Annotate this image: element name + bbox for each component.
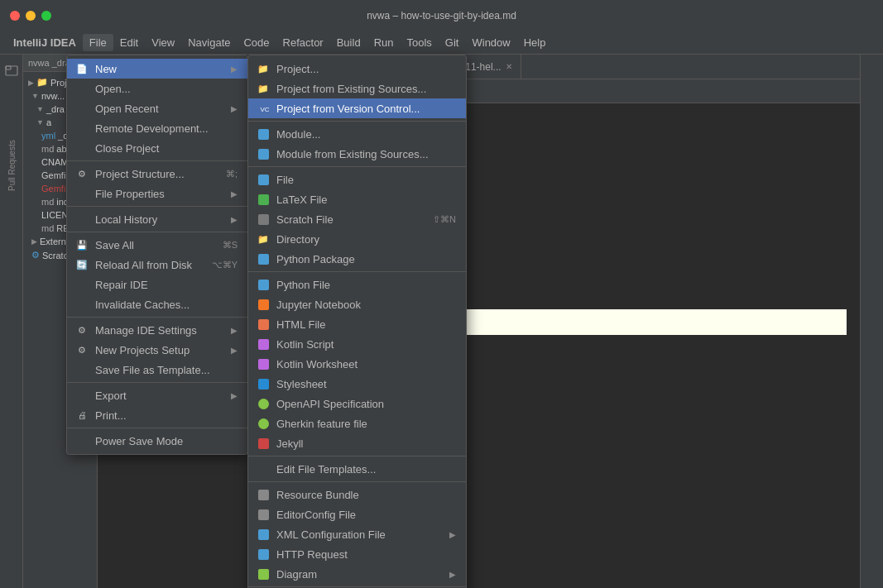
menu-item-new[interactable]: 📄 New ▶ — [67, 59, 247, 79]
new-project-existing[interactable]: 📁 Project from Existing Sources... — [248, 79, 466, 98]
project-icon: 📁 — [257, 62, 270, 75]
menu-item-reload[interactable]: 🔄 Reload All from Disk ⌥⌘Y — [67, 255, 247, 275]
menu-item-save-template[interactable]: Save File as Template... — [67, 360, 247, 380]
titlebar: nvwa – how-to-use-git-by-idea.md — [0, 0, 883, 31]
menu-navigate[interactable]: Navigate — [181, 34, 237, 51]
menu-item-open[interactable]: Open... — [67, 79, 247, 98]
new-html[interactable]: HTML File — [248, 314, 466, 334]
file-props-icon — [75, 187, 89, 200]
diagram-arrow: ▶ — [449, 570, 456, 579]
new-python-package[interactable]: Python Package — [248, 249, 466, 269]
new-editorconfig[interactable]: EditorConfig File — [248, 504, 466, 524]
http-icon — [257, 547, 270, 561]
project-existing-icon: 📁 — [257, 82, 270, 95]
tab-2022-close[interactable]: ✕ — [506, 62, 512, 71]
new-module-existing[interactable]: Module from Existing Sources... — [248, 144, 466, 164]
menu-git[interactable]: Git — [439, 34, 466, 51]
scratch-icon — [257, 213, 270, 226]
menu-file[interactable]: File — [83, 34, 113, 51]
menu-code[interactable]: Code — [237, 34, 276, 51]
print-icon: 🖨 — [75, 409, 89, 422]
new-http-label: HTTP Request — [276, 548, 348, 561]
new-project-existing-label: Project from Existing Sources... — [276, 83, 426, 95]
sidebar-project-icon[interactable] — [2, 61, 21, 79]
menu-build[interactable]: Build — [330, 34, 367, 51]
file-dropdown[interactable]: 📄 New ▶ Open... Open Recent ▶ Remote Dev… — [66, 55, 248, 455]
new-submenu[interactable]: 📁 Project... 📁 Project from Existing Sou… — [247, 55, 467, 588]
reload-shortcut: ⌥⌘Y — [212, 260, 238, 270]
menu-item-save-all[interactable]: 💾 Save All ⌘S — [67, 235, 247, 255]
openapi-icon — [257, 397, 270, 410]
kotlin-script-icon — [257, 337, 270, 351]
new-http-request[interactable]: HTTP Request — [248, 544, 466, 564]
new-jupyter[interactable]: Jupyter Notebook — [248, 294, 466, 314]
history-arrow: ▶ — [231, 215, 238, 224]
new-sep-6 — [248, 586, 466, 587]
menu-item-open-recent[interactable]: Open Recent ▶ — [67, 98, 247, 118]
new-kotlin-script-label: Kotlin Script — [276, 338, 334, 351]
new-python-file[interactable]: Python File — [248, 275, 466, 294]
new-module-existing-label: Module from Existing Sources... — [276, 148, 429, 160]
module-icon — [257, 127, 270, 141]
menu-help[interactable]: Help — [517, 34, 553, 51]
menu-item-close-project[interactable]: Close Project — [67, 138, 247, 158]
menu-edit[interactable]: Edit — [113, 34, 145, 51]
new-latex[interactable]: LaTeX File — [248, 189, 466, 209]
sep-1 — [67, 160, 247, 161]
new-kotlin-script[interactable]: Kotlin Script — [248, 334, 466, 354]
menu-new-projects-label: New Projects Setup — [95, 344, 190, 356]
structure-shortcut: ⌘; — [226, 169, 238, 179]
new-project-vcs[interactable]: VC Project from Version Control... — [248, 98, 466, 118]
new-diagram-label: Diagram — [276, 568, 317, 581]
menu-refactor[interactable]: Refactor — [276, 34, 330, 51]
menu-item-export[interactable]: Export ▶ — [67, 385, 247, 405]
menu-structure-label: Project Structure... — [95, 168, 185, 180]
new-directory[interactable]: 📁 Directory — [248, 229, 466, 249]
new-python-file-label: Python File — [276, 279, 330, 291]
new-sep-4 — [248, 456, 466, 457]
new-gherkin[interactable]: Gherkin feature file — [248, 414, 466, 433]
new-xml-config[interactable]: XML Configuration File ▶ — [248, 524, 466, 544]
html-icon — [257, 318, 270, 331]
new-module[interactable]: Module... — [248, 124, 466, 144]
menu-item-local-history[interactable]: Local History ▶ — [67, 209, 247, 229]
new-diagram[interactable]: Diagram ▶ — [248, 564, 466, 584]
scratch-shortcut: ⇧⌘N — [433, 214, 456, 225]
menu-item-power-save[interactable]: Power Save Mode — [67, 431, 247, 451]
minimize-button[interactable] — [26, 11, 36, 21]
open-recent-icon — [75, 102, 89, 115]
new-html-label: HTML File — [276, 318, 325, 331]
sep-6 — [67, 428, 247, 428]
menu-item-new-projects-setup[interactable]: ⚙ New Projects Setup ▶ — [67, 340, 247, 360]
jupyter-icon — [257, 298, 270, 311]
new-stylesheet[interactable]: Stylesheet — [248, 374, 466, 394]
menu-run[interactable]: Run — [367, 34, 401, 51]
new-kotlin-worksheet[interactable]: Kotlin Worksheet — [248, 354, 466, 374]
close-button[interactable] — [10, 11, 20, 21]
maximize-button[interactable] — [41, 11, 51, 21]
menu-item-manage-ide[interactable]: ⚙ Manage IDE Settings ▶ — [67, 320, 247, 340]
menu-item-repair-ide[interactable]: Repair IDE — [67, 275, 247, 294]
menu-export-label: Export — [95, 390, 127, 402]
new-jekyll-label: Jekyll — [276, 437, 304, 450]
sidebar-pull-icon[interactable]: Pull Requests — [3, 132, 20, 198]
menu-view[interactable]: View — [145, 34, 181, 51]
new-scratch[interactable]: Scratch File ⇧⌘N — [248, 209, 466, 229]
edit-file-templates[interactable]: Edit File Templates... — [248, 459, 466, 479]
menu-save-template-label: Save File as Template... — [95, 364, 210, 376]
sep-3 — [67, 232, 247, 232]
new-project[interactable]: 📁 Project... — [248, 59, 466, 79]
new-jupyter-label: Jupyter Notebook — [276, 299, 361, 311]
menu-item-file-properties[interactable]: File Properties ▶ — [67, 184, 247, 203]
new-openapi[interactable]: OpenAPI Specification — [248, 394, 466, 414]
menu-item-remote-dev[interactable]: Remote Development... — [67, 118, 247, 138]
menu-item-project-structure[interactable]: ⚙ Project Structure... ⌘; — [67, 164, 247, 184]
new-resource-bundle[interactable]: Resource Bundle — [248, 485, 466, 504]
menu-tools[interactable]: Tools — [400, 34, 438, 51]
new-file[interactable]: File — [248, 170, 466, 189]
menu-item-print[interactable]: 🖨 Print... — [67, 405, 247, 425]
new-editorconfig-label: EditorConfig File — [276, 509, 356, 521]
new-jekyll[interactable]: Jekyll — [248, 433, 466, 453]
menu-item-invalidate[interactable]: Invalidate Caches... — [67, 294, 247, 314]
menu-window[interactable]: Window — [465, 34, 516, 51]
